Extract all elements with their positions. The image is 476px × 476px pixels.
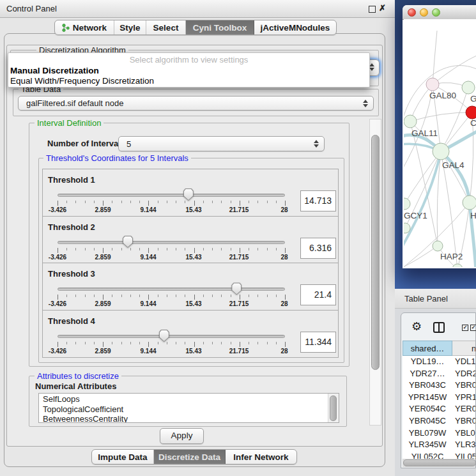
gear-icon[interactable]: ⚙ [411,321,422,332]
table-row-ydl19[interactable]: YDL19…YDL19… [403,356,475,368]
threshold-value-field[interactable]: 21.4 [300,284,336,305]
cell-shared-name: YBR045C [403,415,452,427]
app-root: Control Panel ✗ NetworkStyleSelectCyni T… [0,0,476,476]
attributes-scrollbar[interactable] [328,394,339,422]
thresholds-group-label: Threshold's Coordinates for 5 Intervals [43,153,191,163]
tick-label: 9.144 [140,348,156,355]
threshold-value-field[interactable]: 11.344 [300,332,336,353]
node-label: GAL80 [429,91,456,100]
column-header-shared-name[interactable]: shared… [403,341,452,356]
table-panel-title: Table Panel [404,294,448,303]
threshold-slider-thumb[interactable] [159,330,169,342]
node-label: HAP2 [440,252,463,261]
tab-discretize-data[interactable]: Discretize Data [154,450,226,464]
attributes-scrollbar-thumb[interactable] [330,395,337,421]
tab-network[interactable]: Network [55,20,114,35]
tick-label: -3.426 [49,348,66,355]
main-scrollbar-thumb[interactable] [371,135,380,370]
node-table[interactable]: shared… name YDL19…YDL19…YDR27…YDR27…YBR… [403,341,475,459]
table-row-ybr045c[interactable]: YBR045CYBR045C [403,415,475,427]
tick-label: 9.144 [140,206,156,213]
network-node-gal4[interactable] [433,143,449,160]
network-node-gal11[interactable] [404,115,417,128]
network-node-h[interactable] [463,196,476,210]
combobox-arrows-icon [314,140,319,148]
columns-icon[interactable] [433,322,445,333]
threshold-slider-track[interactable] [58,194,285,197]
popup-option-manual-discretization[interactable]: Manual Discretization [10,66,99,75]
network-canvas[interactable]: GAL80GACGAL11GAL4HGCY1HAP2 [404,19,476,267]
tick-label: 21.715 [229,300,249,307]
cell-name: YPR145W [452,392,475,404]
control-panel-titlebar: Control Panel ✗ [0,0,395,18]
threshold-panel-1: Threshold 1-3.4262.8599.14415.4321.71528… [42,169,339,217]
table-row-yer054c[interactable]: YER054CYER054C [403,403,475,415]
table-row-ybr043c[interactable]: YBR043CYBR043C [403,380,475,392]
threshold-value-field[interactable]: 14.713 [300,190,336,211]
apply-button[interactable]: Apply [160,428,204,444]
tick-label: -3.426 [49,254,66,261]
tab-impute-data[interactable]: Impute Data [92,450,154,464]
table-row-ylr345w[interactable]: YLR345WYLR345W [403,439,475,451]
table-data-value: galFiltered.sif default node [26,98,123,108]
tick-label: 2.859 [95,300,111,307]
node-label: H [470,211,476,220]
threshold-slider-track[interactable] [58,241,285,244]
table-row-ybl079w[interactable]: YBL079WYBL079W [403,427,475,440]
threshold-slider-track[interactable] [58,288,285,291]
network-node-hap2[interactable] [433,241,443,251]
tab-label: jActiveMNodules [261,23,330,33]
column-header-name[interactable]: name [452,341,475,356]
network-node[interactable] [452,264,463,267]
slider-ticks-major [58,248,286,253]
popup-option-equal-width-frequency[interactable]: Equal Width/Frequency Discretization [10,76,154,86]
cell-name: YBL079W [452,427,475,440]
close-traffic-light[interactable] [408,8,416,17]
main-scrollbar[interactable] [369,119,381,426]
tick-label: 21.715 [229,254,249,261]
threshold-slider-thumb[interactable] [231,282,242,295]
number-of-intervals-combobox[interactable]: 5 [118,136,325,151]
tab-select[interactable]: Select [146,20,186,35]
threshold-slider-thumb[interactable] [123,236,133,248]
table-row-yil052c[interactable]: YIL052CYIL052C [403,451,475,459]
threshold-slider-thumb[interactable] [183,188,194,201]
checkbox-icon[interactable]: ✓ [470,325,476,331]
threshold-panel-4: Threshold 4-3.4262.8599.14415.4321.71528… [42,310,339,358]
tick-label: 15.43 [185,348,201,355]
attribute-item-betweennesscentrality[interactable]: BetweennessCentrality [39,415,328,423]
zoom-traffic-light[interactable] [432,8,440,17]
tick-label: 2.859 [95,254,111,261]
table-data-combobox[interactable]: galFiltered.sif default node [18,96,374,111]
close-icon[interactable]: ✗ [379,3,386,13]
network-node-ga[interactable] [462,81,475,94]
table-panel-titlebar: Table Panel [395,289,476,309]
cell-shared-name: YPR145W [403,392,452,404]
network-node-c[interactable] [466,106,476,119]
tab-jactivemnodules[interactable]: jActiveMNodules [254,20,336,35]
checkbox-icon[interactable]: ✓ [462,325,468,331]
tab-infer-network[interactable]: Infer Network [226,450,296,464]
network-window: GAL80GACGAL11GAL4HGCY1HAP2 [403,5,476,268]
attribute-item-topologicalcoefficient[interactable]: TopologicalCoefficient [39,405,328,415]
network-window-titlebar[interactable] [403,5,476,20]
network-node-gal80[interactable] [426,78,439,91]
threshold-value-field[interactable]: 6.316 [300,238,336,259]
tab-style[interactable]: Style [114,20,146,35]
float-window-icon[interactable] [369,6,376,13]
minimize-traffic-light[interactable] [420,8,428,17]
node-label: C [470,118,476,128]
attribute-item-selfloops[interactable]: SelfLoops [39,395,328,405]
cell-name: YLR345W [452,439,475,451]
network-node-gcy1[interactable] [404,198,410,210]
numerical-attributes-list[interactable]: SelfLoopsTopologicalCoefficientBetweenne… [38,393,339,423]
tick-label: 28 [280,206,288,213]
table-hscrollbar-thumb[interactable] [403,459,476,466]
table-row-ydr27[interactable]: YDR27…YDR27… [403,368,475,380]
table-horizontal-scrollbar[interactable] [403,459,475,467]
tab-cyni-toolbox[interactable]: Cyni Toolbox [186,20,254,35]
table-row-ypr145w[interactable]: YPR145WYPR145W [403,392,475,404]
threshold-slider-track[interactable] [58,335,285,338]
cyni-mode-tabs: Impute DataDiscretize DataInfer Network [91,449,297,464]
node-label: GCY1 [404,211,427,220]
